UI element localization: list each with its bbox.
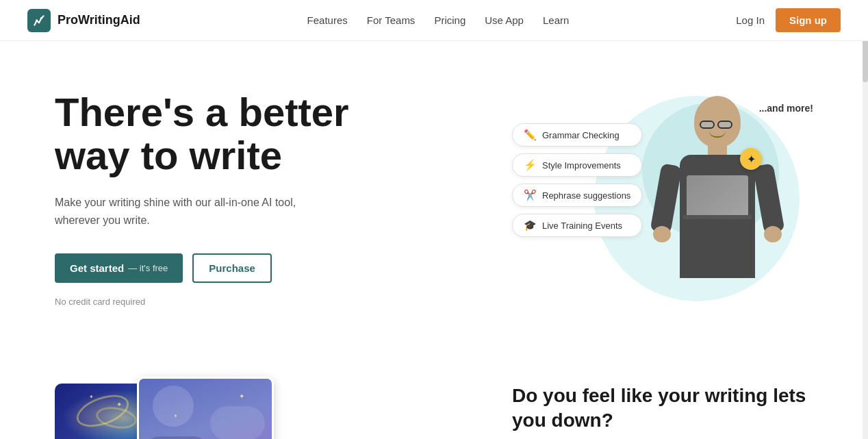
person-hand-left xyxy=(653,226,671,242)
chip-rephrase: ✂️ Rephrase suggestions xyxy=(512,184,642,207)
signup-button[interactable]: Sign up xyxy=(776,8,841,32)
nav-for-teams[interactable]: For Teams xyxy=(367,14,416,26)
rephrase-icon: ✂️ xyxy=(524,189,537,201)
get-started-button[interactable]: Get started — it's free xyxy=(55,253,183,283)
hero-section: There's a better way to write Make your … xyxy=(0,41,868,342)
laptop-screen xyxy=(687,175,748,215)
navbar: ProWritingAid Features For Teams Pricing… xyxy=(0,0,868,41)
nav-features[interactable]: Features xyxy=(307,14,348,26)
svg-point-0 xyxy=(36,19,38,21)
person-body-container: ✦ xyxy=(663,89,772,294)
logo-icon xyxy=(27,9,51,32)
painting-bg-2: ✦ ✦ ✦ xyxy=(139,379,272,439)
style-icon: ⚡ xyxy=(524,159,537,171)
hero-left: There's a better way to write Make your … xyxy=(55,90,349,308)
person-shirt: ✦ xyxy=(680,155,755,278)
svg-point-1 xyxy=(40,17,42,19)
hero-buttons: Get started — it's free Purchase xyxy=(55,253,349,283)
purchase-button[interactable]: Purchase xyxy=(192,253,272,283)
nav-links: Features For Teams Pricing Use App Learn xyxy=(307,14,570,27)
login-button[interactable]: Log In xyxy=(736,14,765,26)
logo-link[interactable]: ProWritingAid xyxy=(27,9,140,32)
star-badge: ✦ xyxy=(740,148,762,170)
nav-use-app[interactable]: Use App xyxy=(485,14,524,26)
nav-learn[interactable]: Learn xyxy=(543,14,569,26)
brand-name: ProWritingAid xyxy=(58,13,140,27)
section2-title: Do you feel like your writing lets you d… xyxy=(512,384,813,434)
section2-right: Do you feel like your writing lets you d… xyxy=(512,384,813,439)
grammar-icon: ✏️ xyxy=(524,129,537,141)
hero-illustration: ✏️ Grammar Checking ⚡ Style Improvements… xyxy=(512,82,813,315)
hero-title: There's a better way to write xyxy=(55,90,349,178)
training-icon: 🎓 xyxy=(524,219,537,231)
person-hand-right xyxy=(764,226,782,242)
hero-subtitle: Make your writing shine with our all-in-… xyxy=(55,194,315,229)
nav-pricing[interactable]: Pricing xyxy=(434,14,465,26)
chip-style: ⚡ Style Improvements xyxy=(512,153,642,177)
person-smile xyxy=(709,131,726,138)
scrollbar-track[interactable] xyxy=(863,0,868,439)
person-arm-right xyxy=(753,163,785,234)
person-glasses xyxy=(700,121,735,129)
hero-note: No credit card required xyxy=(55,297,349,307)
section2: ✦ ✦ ✦ ✦ ✦ ✦ My ide xyxy=(0,342,868,439)
chip-training: 🎓 Live Training Events xyxy=(512,214,642,237)
nav-actions: Log In Sign up xyxy=(736,8,841,32)
section2-images: ✦ ✦ ✦ ✦ ✦ ✦ My ide xyxy=(55,370,288,439)
painting-card-2: ✦ ✦ ✦ xyxy=(137,377,274,439)
person-head xyxy=(694,96,741,147)
feature-chips: ✏️ Grammar Checking ⚡ Style Improvements… xyxy=(512,123,642,237)
chip-grammar: ✏️ Grammar Checking xyxy=(512,123,642,147)
person-illustration: ✦ xyxy=(628,89,793,301)
laptop-base xyxy=(683,215,752,219)
